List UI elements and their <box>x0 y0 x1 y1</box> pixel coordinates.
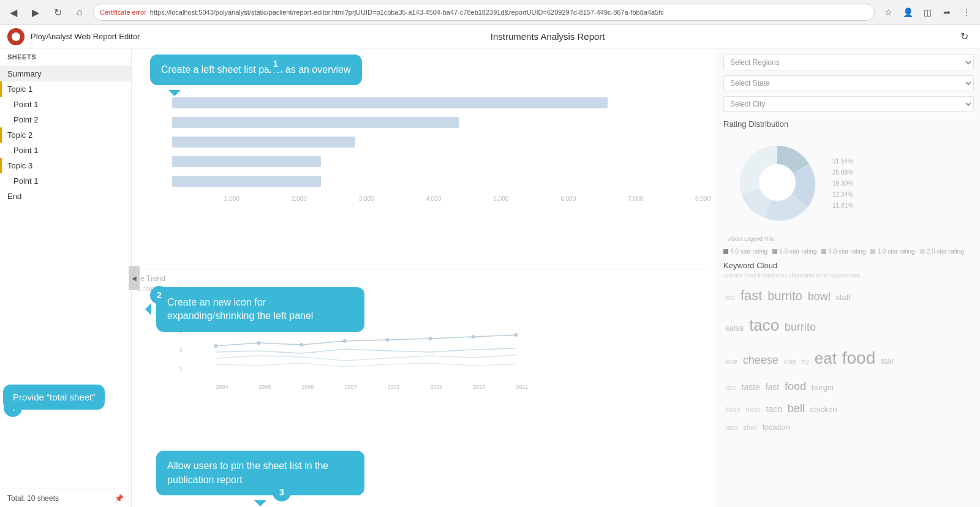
bar-fill-5 <box>172 176 321 187</box>
sheet-item-summary[interactable]: Summary <box>0 66 131 81</box>
bar-fill-1 <box>172 97 608 108</box>
sheet-label-summary: Summary <box>7 69 42 78</box>
browser-chrome: ◀ ▶ ↻ ⌂ Certificate error https://localh… <box>0 0 980 25</box>
kw-chip: chip <box>784 358 796 365</box>
axis-3000: 3,000 <box>359 195 374 202</box>
sheet-item-point1c[interactable]: Point 1 <box>0 173 131 189</box>
legend-item-4: 1.0 star rating <box>870 248 914 255</box>
pct-1: 31.54% <box>832 156 853 167</box>
legend-dot-5 <box>920 249 925 254</box>
pie-percentages: 31.54% 25.08% 19.30% 12.34% 11.81% <box>832 156 853 211</box>
address-bar[interactable]: Certificate error https://localhost:5043… <box>93 4 875 21</box>
menu-icon[interactable]: ⋮ <box>958 4 975 21</box>
kw-food-lg: food <box>785 380 806 392</box>
filter-row-region: Select Regions <box>723 54 974 70</box>
profile-icon[interactable]: 👤 <box>899 4 916 21</box>
sheet-item-end[interactable]: End <box>0 189 131 204</box>
kw-star: star <box>881 356 894 366</box>
kw-bowl: bowl <box>808 290 831 302</box>
kw-fresh: fresh <box>725 406 740 413</box>
keyword-cloud: fast fast burrito bowl staff salsa taco … <box>723 282 974 435</box>
svg-point-19 <box>514 333 518 337</box>
axis-1000: 1,000 <box>224 195 239 202</box>
kw-fast-md: fast <box>766 382 780 392</box>
right-panel: Select Regions Select State Select City … <box>717 48 980 507</box>
svg-point-15 <box>343 339 347 343</box>
bar-fill-2 <box>172 117 459 128</box>
pie-chart-wrapper <box>728 133 826 233</box>
sheet-item-topic2[interactable]: Topic 2 <box>0 127 131 143</box>
bar-row-4 <box>138 156 710 167</box>
sheet-label-topic2: Topic 2 <box>7 130 32 140</box>
indicator-topic1 <box>0 81 2 97</box>
bar-row-5 <box>138 176 710 187</box>
sheet-item-point1a[interactable]: Point 1 <box>0 97 131 112</box>
bookmark-icon[interactable]: ☆ <box>880 4 897 21</box>
sheet-item-point2a[interactable]: Point 2 <box>0 112 131 127</box>
svg-text:2004: 2004 <box>216 384 228 390</box>
extensions-icon[interactable]: ◫ <box>919 4 936 21</box>
svg-point-16 <box>386 338 390 342</box>
reload-button[interactable]: ↻ <box>49 4 66 21</box>
sheet-item-topic3[interactable]: Topic 3 <box>0 158 131 173</box>
svg-text:2009: 2009 <box>431 384 443 390</box>
badge-4: 4 <box>4 399 22 417</box>
sheet-label-point2a: Point 2 <box>13 115 38 124</box>
legend-dot-4 <box>870 249 875 254</box>
sheet-label-point1c: Point 1 <box>13 176 38 186</box>
kw-fast-lg: fast <box>741 288 762 303</box>
bar-fill-4 <box>172 156 321 167</box>
kw-food-xl: food <box>842 348 876 367</box>
sheet-item-point1b[interactable]: Point 1 <box>0 143 131 158</box>
pct-3: 19.30% <box>832 178 853 189</box>
axis-6000: 6,000 <box>560 195 576 202</box>
filter-state[interactable]: Select State <box>723 75 974 91</box>
sheet-label-topic3: Topic 3 <box>7 161 32 170</box>
sidebar-header: SHEETS <box>0 48 131 66</box>
cert-error-label: Certificate error <box>100 9 146 16</box>
svg-text:2011: 2011 <box>516 384 529 390</box>
svg-point-13 <box>257 341 261 345</box>
badge-1: 1 <box>266 54 285 73</box>
legend-label-3: 3.0 star rating <box>828 248 865 255</box>
svg-text:4: 4 <box>179 329 183 335</box>
sheet-label-end: End <box>7 192 21 201</box>
forward-button[interactable]: ▶ <box>27 4 44 21</box>
indicator-topic3 <box>0 158 2 173</box>
legend-item-1: 4.0 star rating <box>723 248 767 255</box>
legend-item-2: 5.0 star rating <box>772 248 816 255</box>
pin-icon[interactable]: 📌 <box>115 494 124 503</box>
axis-numbers: 1,000 2,000 3,000 4,000 5,000 6,000 7,00… <box>138 195 710 202</box>
total-sheets-label: Total: 10 sheets <box>7 494 59 503</box>
kw-eat: eat <box>815 349 837 367</box>
svg-text:2010: 2010 <box>473 384 486 390</box>
svg-point-17 <box>429 337 432 340</box>
kw-cheese: cheese <box>743 354 778 366</box>
kw-bell: bell <box>788 402 805 415</box>
filter-city[interactable]: Select City <box>723 96 974 112</box>
bar-row-3 <box>138 137 710 148</box>
kw-location: location <box>763 423 790 432</box>
pie-chart-svg <box>728 133 826 231</box>
kw-chicken: chicken <box>810 405 837 414</box>
kw-taste: taste <box>742 382 760 392</box>
share-icon[interactable]: ➦ <box>938 4 956 21</box>
sheet-label-topic1: Topic 1 <box>7 85 32 94</box>
expand-sidebar-button[interactable]: ◀ <box>129 266 140 290</box>
line-chart-svg: 2004 2005 2006 2007 2008 2009 2010 2011 … <box>138 297 710 395</box>
home-button[interactable]: ⌂ <box>71 4 88 21</box>
pct-4: 12.34% <box>832 189 853 200</box>
app-reload-button[interactable]: ↻ <box>956 28 973 45</box>
svg-text:2008: 2008 <box>388 384 400 390</box>
filter-regions[interactable]: Select Regions <box>723 54 974 70</box>
legend-item-3: 3.0 star rating <box>821 248 865 255</box>
sheet-item-topic1[interactable]: Topic 1 <box>0 81 131 97</box>
kw-burrito-lg: burrito <box>767 289 802 302</box>
svg-point-18 <box>472 335 475 339</box>
back-button[interactable]: ◀ <box>5 4 22 21</box>
kw-fry: fry <box>802 358 809 365</box>
kw-taco-md: taco <box>766 404 782 414</box>
content-area: 1,000 2,000 3,000 4,000 5,000 6,000 7,00… <box>132 48 717 507</box>
rating-section-title: Rating Distribution <box>723 119 974 129</box>
keyword-cloud-subtitle: Subsize have limited in 60 characters to… <box>723 272 974 279</box>
